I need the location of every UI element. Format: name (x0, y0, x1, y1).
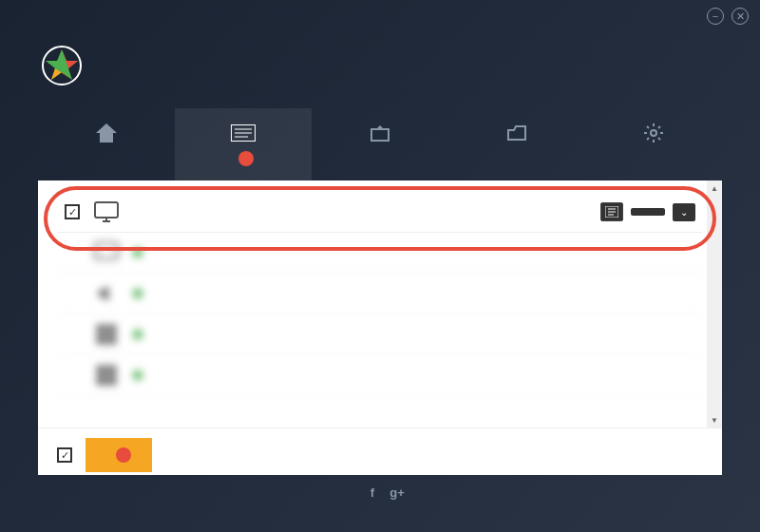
driver-list: ⌄ (38, 180, 722, 428)
minimize-button[interactable]: − (707, 8, 724, 25)
home-icon (93, 123, 120, 143)
driver-name (133, 369, 682, 383)
driver-info (133, 328, 682, 342)
updates-badge (238, 151, 254, 166)
nav-home[interactable] (38, 108, 175, 180)
backup-icon (367, 123, 393, 143)
driver-item[interactable] (57, 355, 703, 396)
svg-rect-5 (371, 129, 389, 141)
svg-rect-19 (97, 366, 105, 374)
monitor-icon (93, 201, 120, 222)
facebook-icon[interactable]: f (365, 484, 380, 500)
nav-restore[interactable] (448, 108, 585, 180)
driver-item[interactable] (57, 233, 703, 274)
footer: f g+ (0, 475, 760, 509)
nav-bar (0, 108, 760, 180)
audio-icon (93, 283, 120, 304)
monitor-icon (93, 242, 120, 263)
svg-rect-7 (95, 202, 118, 218)
driver-checkbox[interactable] (65, 204, 80, 219)
status-dot-icon (133, 248, 142, 257)
updates-icon (230, 123, 256, 143)
googleplus-icon[interactable]: g+ (390, 484, 405, 500)
status-dot-icon (133, 330, 142, 339)
windows-icon (93, 324, 120, 345)
scroll-down-icon[interactable]: ▼ (707, 412, 722, 428)
driver-actions: ⌄ (600, 202, 695, 221)
svg-rect-17 (97, 335, 105, 344)
driver-item[interactable] (57, 314, 703, 355)
header (0, 32, 760, 108)
nav-backup[interactable] (312, 108, 448, 180)
scrollbar[interactable]: ▲ ▼ (707, 180, 722, 428)
driver-info (133, 287, 695, 301)
svg-rect-20 (107, 366, 116, 374)
nav-driver-updates[interactable] (175, 108, 312, 180)
bottom-bar (38, 428, 722, 475)
nav-label (233, 151, 254, 166)
driver-info (133, 246, 695, 260)
restore-icon (504, 123, 530, 143)
status-dot-icon (133, 370, 142, 380)
scroll-up-icon[interactable]: ▲ (707, 180, 722, 196)
update-dropdown[interactable]: ⌄ (673, 203, 695, 221)
settings-icon (640, 123, 667, 143)
download-install-button[interactable] (86, 438, 152, 472)
svg-rect-15 (97, 325, 105, 333)
driver-name (133, 328, 682, 342)
update-button[interactable] (631, 208, 665, 216)
titlebar: − ✕ (0, 0, 760, 32)
svg-rect-14 (95, 243, 118, 258)
driver-item[interactable] (57, 274, 703, 314)
nav-settings[interactable] (585, 108, 722, 180)
content-panel: ⌄ (38, 180, 722, 475)
select-all-checkbox[interactable] (57, 447, 72, 463)
driver-name (133, 246, 695, 260)
download-badge (116, 447, 131, 463)
driver-item-main[interactable]: ⌄ (57, 192, 703, 233)
svg-rect-18 (107, 335, 116, 344)
driver-info (133, 369, 682, 383)
svg-rect-22 (107, 376, 116, 385)
svg-point-6 (651, 130, 656, 136)
app-logo-icon (38, 42, 86, 89)
status-dot-icon (133, 289, 142, 298)
svg-rect-16 (107, 325, 116, 333)
driver-name (133, 287, 695, 301)
windows-icon (93, 365, 120, 386)
close-button[interactable]: ✕ (732, 8, 749, 25)
driver-info-button[interactable] (600, 202, 623, 221)
svg-rect-21 (97, 376, 105, 385)
